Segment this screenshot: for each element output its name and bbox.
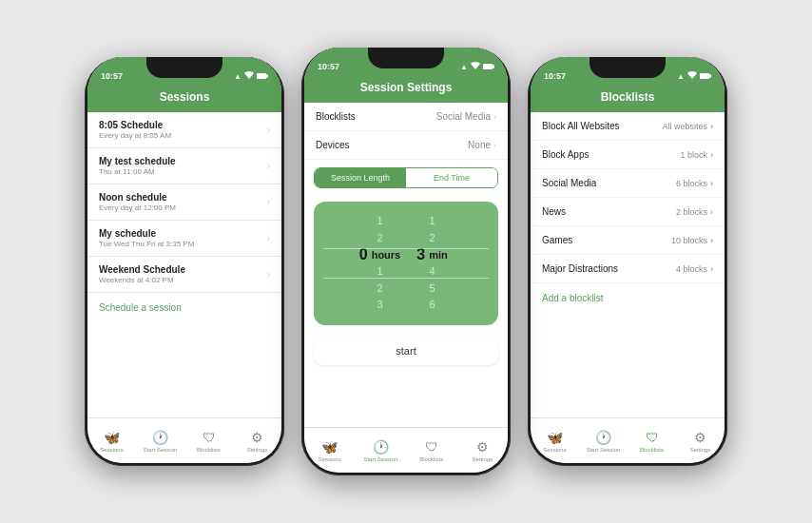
- chevron-icon: ›: [267, 161, 270, 171]
- start-button[interactable]: start: [314, 337, 498, 365]
- status-time: 10:57: [318, 62, 339, 71]
- butterfly-icon: 🦋: [321, 439, 338, 455]
- list-item[interactable]: 8:05 Schedule Every day at 8:05 AM ›: [87, 112, 281, 148]
- blocklists-title: Blocklists: [601, 90, 655, 104]
- chevron-icon: ›: [267, 269, 270, 280]
- svg-rect-4: [700, 73, 709, 79]
- scene: 10:57 ▲ Sessions 8:0: [0, 0, 812, 523]
- tab-start-session[interactable]: 🕐 Start Session: [356, 428, 407, 473]
- list-item[interactable]: My schedule Tue Wed Thu Fri at 3:35 PM ›: [87, 221, 281, 257]
- chevron-icon: ›: [493, 141, 496, 150]
- chevron-icon: ›: [267, 197, 270, 207]
- phone-screen: 10:57 ▲ Sessions 8:0: [87, 57, 281, 463]
- phone-screen: 10:57 ▲ Session Settings: [304, 48, 508, 473]
- blocklist-item[interactable]: News 2 blocks ›: [531, 198, 725, 226]
- phone-screen: 10:57 ▲ Blocklists Block All Webs: [531, 57, 725, 463]
- blocklist-item[interactable]: Block All Websites All websites ›: [531, 112, 725, 141]
- clock-icon: 🕐: [373, 439, 389, 455]
- status-icons: ▲: [677, 71, 711, 81]
- blocklist-item[interactable]: Games 10 blocks ›: [531, 226, 725, 255]
- mins-unit: min: [429, 249, 448, 261]
- list-item[interactable]: My test schedule Thu at 11:00 AM ›: [87, 148, 281, 184]
- hours-picker[interactable]: 1 2 0 hours 1 2 3: [354, 213, 406, 314]
- shield-icon: 🛡: [425, 439, 438, 455]
- end-time-btn[interactable]: End Time: [406, 168, 497, 187]
- session-settings-phone: 10:57 ▲ Session Settings: [301, 48, 511, 475]
- svg-rect-5: [709, 74, 711, 78]
- svg-rect-1: [266, 74, 268, 78]
- gear-icon: ⚙: [251, 430, 263, 445]
- tab-bar: 🦋 Sessions 🕐 Start Session 🛡 Blocklists …: [531, 417, 725, 463]
- butterfly-icon: 🦋: [547, 430, 563, 445]
- tab-start-session[interactable]: 🕐 Start Session: [579, 418, 628, 463]
- hours-selected: 0: [359, 246, 368, 263]
- screen-content: Blocklists Social Media › Devices None ›…: [304, 103, 508, 427]
- blocklist-item[interactable]: Major Distractions 4 blocks ›: [531, 255, 725, 283]
- tab-settings[interactable]: ⚙ Settings: [457, 428, 509, 473]
- tab-settings[interactable]: ⚙ Settings: [233, 418, 281, 463]
- blocklists-row[interactable]: Blocklists Social Media ›: [304, 103, 508, 131]
- chevron-icon: ›: [267, 233, 270, 243]
- status-time: 10:57: [101, 71, 123, 81]
- tab-start-session[interactable]: 🕐 Start Session: [136, 418, 184, 463]
- butterfly-icon: 🦋: [104, 430, 120, 445]
- list-item[interactable]: Weekend Schedule Weekends at 4:02 PM ›: [87, 257, 281, 293]
- add-blocklist-link[interactable]: Add a blocklist: [531, 283, 725, 313]
- picker-below-mins: 4 5 6: [429, 263, 435, 314]
- screen-header: Session Settings: [304, 74, 508, 103]
- minutes-picker[interactable]: 1 2 3 min 4 5 6: [406, 213, 458, 314]
- mins-selected: 3: [416, 246, 425, 263]
- chevron-icon: ›: [710, 179, 713, 188]
- tab-settings[interactable]: ⚙ Settings: [676, 418, 725, 463]
- picker-area: 1 2 0 hours 1 2 3: [314, 202, 498, 325]
- tab-sessions[interactable]: 🦋 Sessions: [87, 418, 136, 463]
- blocklist-item[interactable]: Social Media 6 blocks ›: [531, 169, 725, 198]
- blocklist-item[interactable]: Block Apps 1 block ›: [531, 141, 725, 169]
- tab-blocklists[interactable]: 🛡 Blocklists: [184, 418, 233, 463]
- chevron-icon: ›: [493, 112, 496, 122]
- tab-blocklists[interactable]: 🛡 Blocklists: [406, 428, 457, 473]
- screen-header: Blocklists: [531, 84, 725, 112]
- chevron-icon: ›: [267, 125, 270, 135]
- screen-content: Block All Websites All websites › Block …: [531, 112, 725, 417]
- session-settings-title: Session Settings: [360, 81, 453, 94]
- phone-notch: [368, 48, 444, 68]
- shield-icon: 🛡: [203, 430, 216, 445]
- schedule-link[interactable]: Schedule a session: [87, 293, 281, 322]
- sessions-title: Sessions: [160, 90, 210, 104]
- shield-icon: 🛡: [646, 430, 659, 445]
- svg-rect-2: [483, 64, 493, 69]
- tab-blocklists[interactable]: 🛡 Blocklists: [628, 418, 676, 463]
- svg-rect-0: [257, 73, 266, 79]
- segment-control: Session Length End Time: [314, 167, 498, 188]
- picker-above-mins: 1 2: [429, 213, 435, 246]
- tab-sessions[interactable]: 🦋 Sessions: [531, 418, 579, 463]
- chevron-icon: ›: [710, 122, 713, 131]
- hours-unit: hours: [372, 249, 401, 261]
- status-time: 10:57: [544, 71, 566, 81]
- session-length-btn[interactable]: Session Length: [315, 168, 406, 187]
- phone-notch: [146, 57, 222, 78]
- clock-icon: 🕐: [152, 430, 168, 445]
- tab-bar: 🦋 Sessions 🕐 Start Session 🛡 Blocklists …: [87, 417, 281, 463]
- tab-sessions[interactable]: 🦋 Sessions: [304, 428, 356, 473]
- chevron-icon: ›: [710, 150, 713, 160]
- gear-icon: ⚙: [476, 439, 489, 455]
- status-icons: ▲: [234, 71, 268, 81]
- phone-notch: [590, 57, 666, 78]
- list-item[interactable]: Noon schedule Every day at 12:00 PM ›: [87, 184, 281, 221]
- blocklists-phone: 10:57 ▲ Blocklists Block All Webs: [528, 57, 727, 466]
- picker-below-hours: 1 2 3: [377, 263, 382, 314]
- status-icons: ▲: [460, 62, 494, 71]
- svg-rect-3: [493, 65, 494, 68]
- devices-row[interactable]: Devices None ›: [304, 131, 508, 160]
- clock-icon: 🕐: [595, 430, 611, 445]
- picker-above-hours: 1 2: [377, 213, 382, 246]
- sessions-phone: 10:57 ▲ Sessions 8:0: [85, 57, 284, 466]
- chevron-icon: ›: [710, 236, 713, 245]
- gear-icon: ⚙: [694, 430, 706, 445]
- screen-content: 8:05 Schedule Every day at 8:05 AM › My …: [87, 112, 281, 417]
- chevron-icon: ›: [710, 264, 713, 274]
- screen-header: Sessions: [87, 84, 281, 112]
- tab-bar: 🦋 Sessions 🕐 Start Session 🛡 Blocklists …: [304, 427, 508, 473]
